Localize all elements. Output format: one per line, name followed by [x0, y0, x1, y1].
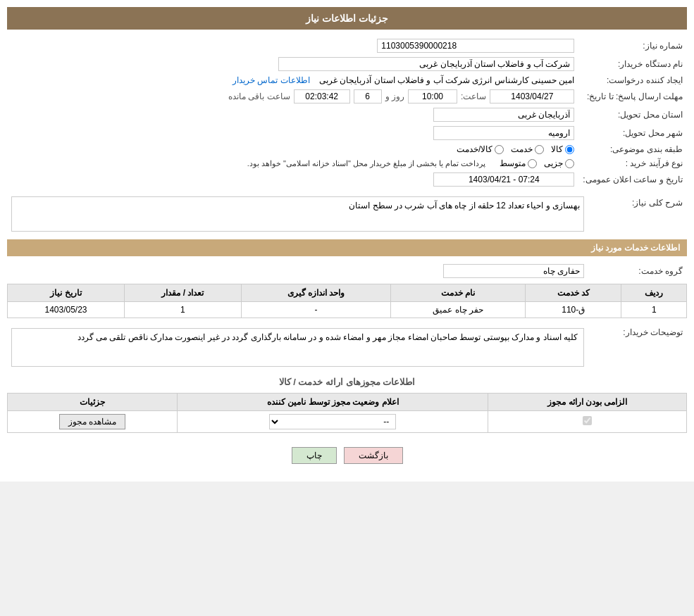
category-kala-radio[interactable] — [565, 145, 574, 154]
province-value — [7, 106, 578, 124]
view-license-button[interactable]: مشاهده مجوز — [59, 414, 125, 429]
page-header: جزئیات اطلاعات نیاز — [7, 7, 687, 30]
service-date: 1403/05/23 — [8, 302, 125, 318]
category-khadamat-item: خدمت — [511, 144, 544, 154]
requester-value: امین حسینی کارشناس انرژی شرکت آب و فاضلا… — [7, 73, 578, 87]
city-label: شهر محل تحویل: — [578, 124, 687, 142]
remaining-suffix: ساعت باقی مانده — [228, 92, 290, 101]
category-both-label: کالا/خدمت — [457, 144, 492, 154]
category-kala-label: کالا — [551, 144, 563, 154]
description-box: بهسازی و احیاء تعداد 12 حلقه از چاه های … — [11, 196, 584, 232]
row-number: 1 — [621, 302, 687, 318]
license-required-cell — [488, 411, 687, 433]
requester-label: ایجاد کننده درخواست: — [578, 73, 687, 87]
purchase-type-note: پرداخت تمام یا بخشی از مبلغ خریدار محل "… — [247, 159, 486, 168]
category-both-radio[interactable] — [495, 145, 504, 154]
buyer-org-value — [7, 55, 578, 73]
license-col-details: جزئیات — [8, 394, 178, 411]
buyer-org-label: نام دستگاه خریدار: — [578, 55, 687, 73]
buyer-notes-value: کلیه اسناد و مدارک بپوستی توسط صاحبان ام… — [7, 324, 588, 371]
requester-text: امین حسینی کارشناس انرژی شرکت آب و فاضلا… — [319, 75, 574, 85]
service-quantity: 1 — [124, 302, 241, 318]
buyer-org-input[interactable] — [278, 57, 574, 71]
category-khadamat-label: خدمت — [511, 144, 533, 154]
deadline-time-input[interactable] — [408, 89, 457, 103]
license-status-select[interactable]: -- — [269, 414, 396, 429]
service-unit: - — [241, 302, 390, 318]
service-group-label: گروه خدمت: — [588, 262, 687, 280]
service-code: ق-110 — [526, 302, 621, 318]
buyer-notes-label: توضیحات خریدار: — [588, 324, 687, 371]
services-section-header: اطلاعات خدمات مورد نیاز — [7, 239, 687, 256]
purchase-motavaset-label: متوسط — [500, 158, 526, 168]
back-button[interactable]: بازگشت — [344, 447, 403, 464]
remaining-time-input[interactable] — [294, 89, 350, 103]
description-table: شرح کلی نیاز: بهسازی و احیاء تعداد 12 حل… — [7, 194, 687, 234]
license-required-checkbox[interactable] — [583, 416, 592, 425]
table-row: 1 ق-110 حفر چاه عمیق - 1 1403/05/23 — [8, 302, 687, 318]
province-label: استان محل تحویل: — [578, 106, 687, 124]
buyer-notes-text: کلیه اسناد و مدارک بپوستی توسط صاحبان ام… — [78, 332, 578, 342]
city-value — [7, 124, 578, 142]
deadline-value: ساعت: روز و ساعت باقی مانده — [7, 87, 578, 106]
license-table: الزامی بودن ارائه مجوز اعلام وضعیت مجوز … — [7, 393, 687, 433]
purchase-type-value: جزیی متوسط پرداخت تمام یا بخشی از مبلغ خ… — [7, 156, 578, 170]
services-title: اطلاعات خدمات مورد نیاز — [591, 243, 680, 253]
col-quantity: تعداد / مقدار — [124, 284, 241, 302]
col-date: تاریخ نیاز — [8, 284, 125, 302]
need-number-label: شماره نیاز: — [578, 37, 687, 55]
category-label: طبقه بندی موضوعی: — [578, 142, 687, 156]
category-khadamat-radio[interactable] — [535, 145, 544, 154]
purchase-jozi-radio[interactable] — [565, 159, 574, 168]
purchase-type-label: نوع فرآیند خرید : — [578, 156, 687, 170]
category-kala-item: کالا — [551, 144, 574, 154]
category-both-item: کالا/خدمت — [457, 144, 504, 154]
col-code: کد خدمت — [526, 284, 621, 302]
purchase-motavaset-item: متوسط — [500, 158, 537, 168]
print-button[interactable]: چاپ — [292, 447, 337, 464]
category-options: کالا خدمت کالا/خدمت — [7, 142, 578, 156]
purchase-motavaset-radio[interactable] — [528, 159, 537, 168]
license-col-status: اعلام وضعیت مجوز توسط نامین کننده — [178, 394, 488, 411]
deadline-date-input[interactable] — [490, 89, 574, 103]
service-name: حفر چاه عمیق — [391, 302, 526, 318]
announce-datetime-input[interactable] — [433, 172, 574, 187]
description-label: شرح کلی نیاز: — [588, 194, 687, 234]
remaining-days-input[interactable] — [354, 89, 382, 103]
description-text: بهسازی و احیاء تعداد 12 حلقه از چاه های … — [349, 201, 580, 210]
purchase-jozi-item: جزیی — [544, 158, 574, 168]
page-wrapper: جزئیات اطلاعات نیاز شماره نیاز: نام دستگ… — [0, 0, 694, 482]
service-group-value — [7, 262, 588, 280]
purchase-jozi-label: جزیی — [544, 158, 563, 168]
announce-value — [7, 170, 578, 189]
page-title: جزئیات اطلاعات نیاز — [306, 13, 388, 24]
col-name: نام خدمت — [391, 284, 526, 302]
license-status-cell: -- — [178, 411, 488, 433]
col-row: ردیف — [621, 284, 687, 302]
license-title: اطلاعات مجوزهای ارائه خدمت / کالا — [279, 377, 416, 387]
services-table: ردیف کد خدمت نام خدمت واحد اندازه گیری ت… — [7, 284, 687, 318]
need-number-value — [148, 37, 578, 55]
announce-label: تاریخ و ساعت اعلان عمومی: — [578, 170, 687, 189]
license-row: -- مشاهده مجوز — [8, 411, 687, 433]
province-input[interactable] — [433, 108, 574, 122]
days-label: روز و — [385, 92, 404, 101]
city-input[interactable] — [433, 126, 574, 140]
time-label: ساعت: — [461, 92, 486, 101]
buyer-notes-box: کلیه اسناد و مدارک بپوستی توسط صاحبان ام… — [11, 328, 584, 367]
buyer-notes-table: توضیحات خریدار: کلیه اسناد و مدارک بپوست… — [7, 324, 687, 371]
info-table: شماره نیاز: نام دستگاه خریدار: ایجاد کنن… — [7, 37, 687, 189]
license-section-header: اطلاعات مجوزهای ارائه خدمت / کالا — [7, 377, 687, 387]
description-value: بهسازی و احیاء تعداد 12 حلقه از چاه های … — [7, 194, 588, 234]
need-number-input[interactable] — [377, 39, 574, 53]
license-details-cell: مشاهده مجوز — [8, 411, 178, 433]
service-group-table: گروه خدمت: — [7, 262, 687, 280]
service-group-input[interactable] — [443, 264, 584, 278]
footer-buttons: بازگشت چاپ — [7, 436, 687, 474]
col-unit: واحد اندازه گیری — [241, 284, 390, 302]
contact-link[interactable]: اطلاعات تماس خریدار — [233, 75, 310, 85]
deadline-label: مهلت ارسال پاسخ: تا تاریخ: — [578, 87, 687, 106]
license-col-required: الزامی بودن ارائه مجوز — [488, 394, 687, 411]
